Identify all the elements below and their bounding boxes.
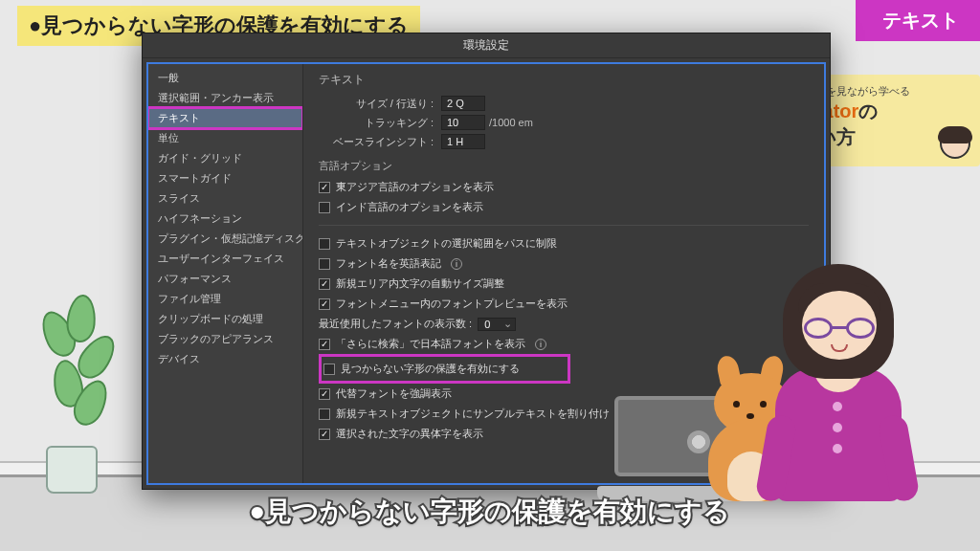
video-subtitle: ●見つからない字形の保護を有効にする [250, 494, 731, 530]
text-option-2-checkbox[interactable] [319, 278, 330, 290]
sidebar-item-8[interactable]: プラグイン・仮想記憶ディスク [148, 229, 302, 249]
sidebar-item-11[interactable]: ファイル管理 [148, 289, 302, 309]
text-option-2[interactable]: 新規エリア内文字の自動サイズ調整 [319, 274, 809, 294]
text-option2-1[interactable]: 見つからない字形の保護を有効にする [323, 359, 520, 379]
text-option2-0-checkbox[interactable] [319, 339, 330, 350]
preferences-sidebar: 一般選択範囲・アンカー表示テキスト単位ガイド・グリッドスマートガイドスライスハイ… [148, 64, 303, 483]
info-icon[interactable]: i [535, 339, 546, 350]
sidebar-item-1[interactable]: 選択範囲・アンカー表示 [148, 88, 302, 108]
panel-heading: テキスト [319, 72, 809, 88]
lang-option-1-checkbox[interactable] [319, 202, 330, 213]
woman-illustration [756, 264, 919, 513]
lang-option-0-checkbox[interactable] [319, 182, 330, 193]
tracking-label: トラッキング : [319, 116, 434, 130]
recent-fonts-label: 最近使用したフォントの表示数 : [319, 317, 472, 331]
plant-illustration [29, 283, 115, 494]
text-option2-0-label: 「さらに検索」で日本語フォントを表示 [336, 337, 525, 351]
text-option-1[interactable]: フォント名を英語表記i [319, 253, 809, 274]
sidebar-item-3[interactable]: 単位 [148, 128, 302, 148]
sidebar-item-0[interactable]: 一般 [148, 68, 302, 88]
info-icon[interactable]: i [451, 258, 462, 270]
category-tag: テキスト [856, 0, 980, 41]
lang-option-0[interactable]: 東アジア言語のオプションを表示 [319, 177, 809, 197]
text-option2-1-checkbox[interactable] [323, 364, 335, 375]
text-option-3[interactable]: フォントメニュー内のフォントプレビューを表示 [319, 294, 809, 314]
text-option-2-label: 新規エリア内文字の自動サイズ調整 [336, 276, 504, 291]
sidebar-item-4[interactable]: ガイド・グリッド [148, 148, 302, 168]
separator [319, 225, 809, 226]
text-option2-3-checkbox[interactable] [319, 408, 330, 420]
text-option2-0[interactable]: 「さらに検索」で日本語フォントを表示i [319, 334, 809, 354]
text-option-3-label: フォントメニュー内のフォントプレビューを表示 [336, 297, 568, 311]
text-option-1-checkbox[interactable] [319, 258, 330, 270]
sidebar-item-9[interactable]: ユーザーインターフェイス [148, 249, 302, 269]
recent-fonts-select[interactable]: 0 [478, 318, 516, 331]
language-options-label: 言語オプション [319, 159, 809, 173]
sidebar-item-6[interactable]: スライス [148, 188, 302, 209]
text-option-1-label: フォント名を英語表記 [336, 256, 441, 271]
text-option2-3-label: 新規テキストオブジェクトにサンプルテキストを割り付け [336, 407, 610, 421]
text-option-0-label: テキストオブジェクトの選択範囲をパスに制限 [336, 236, 557, 251]
baseline-shift-input[interactable]: 1 H [441, 134, 485, 149]
tracking-input[interactable]: 10 [441, 115, 485, 130]
sidebar-item-10[interactable]: パフォーマンス [148, 269, 302, 289]
category-tag-text: テキスト [882, 10, 959, 31]
sidebar-item-14[interactable]: デバイス [148, 349, 302, 369]
text-option2-1-highlight: 見つからない字形の保護を有効にする [319, 354, 570, 384]
sidebar-item-7[interactable]: ハイフネーション [148, 209, 302, 229]
size-leading-input[interactable]: 2 Q [441, 96, 485, 111]
text-option-3-checkbox[interactable] [319, 298, 330, 310]
size-leading-label: サイズ / 行送り : [319, 97, 434, 111]
baseline-shift-label: ベースラインシフト : [319, 135, 434, 149]
text-option2-4-label: 選択された文字の異体字を表示 [336, 427, 483, 441]
lang-option-1-label: インド言語のオプションを表示 [336, 200, 483, 214]
promo-face-icon [940, 128, 970, 159]
dialog-title: 環境設定 [143, 33, 830, 58]
lang-option-1[interactable]: インド言語のオプションを表示 [319, 197, 809, 217]
text-option2-2-label: 代替フォントを強調表示 [336, 386, 452, 401]
sidebar-item-12[interactable]: クリップボードの処理 [148, 309, 302, 329]
text-option-0-checkbox[interactable] [319, 238, 330, 250]
tracking-unit: /1000 em [489, 117, 533, 128]
text-option2-4-checkbox[interactable] [319, 429, 330, 440]
sidebar-item-2[interactable]: テキスト [148, 108, 302, 128]
sidebar-item-13[interactable]: ブラックのアピアランス [148, 329, 302, 349]
promo-line1-post: を見ながら学べる [826, 85, 910, 97]
text-option2-2-checkbox[interactable] [319, 388, 330, 400]
text-option-0[interactable]: テキストオブジェクトの選択範囲をパスに制限 [319, 233, 809, 253]
promo-line2-rest: の [858, 100, 878, 121]
text-option2-1-label: 見つからない字形の保護を有効にする [341, 362, 520, 376]
sidebar-item-5[interactable]: スマートガイド [148, 168, 302, 188]
lang-option-0-label: 東アジア言語のオプションを表示 [336, 180, 494, 194]
